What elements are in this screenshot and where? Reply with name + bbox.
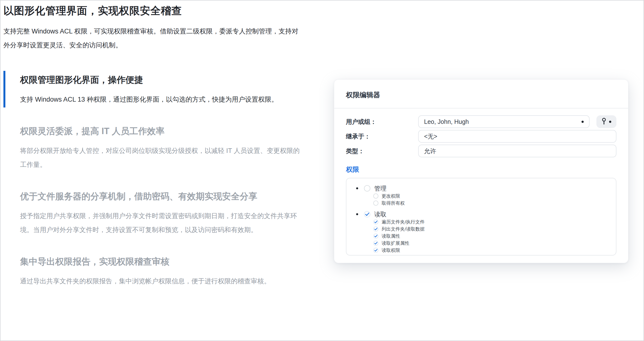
feature-body: 将部分权限开放给专人管控，对应公司岗位职级实现分级授权，以减轻 IT 人员设置、… xyxy=(20,144,301,172)
user-or-group-input[interactable]: Leo, John, Hugh xyxy=(418,115,590,128)
card-header: 权限编辑器 xyxy=(334,80,628,109)
tree-group-label: 管理 xyxy=(374,184,386,192)
feature-body: 支持 Windows ACL 13 种权限，通过图形化界面，以勾选的方式，快捷为… xyxy=(20,93,301,107)
feature-section-secure-sharing[interactable]: 优于文件服务器的分享机制，借助密码、有效期实现安全分享 授予指定用户共享权限，并… xyxy=(4,187,308,238)
tree-item-label: 遍历文件夹/执行文件 xyxy=(382,219,424,225)
page-title: 以图形化管理界面，实现权限安全稽查 xyxy=(4,5,308,17)
tree-bullet-icon xyxy=(356,187,358,189)
tree-item: 读取扩展属性 xyxy=(373,240,611,247)
user-or-group-value: Leo, John, Hugh xyxy=(424,118,469,125)
type-label: 类型： xyxy=(346,147,418,155)
tree-item-label: 取得所有权 xyxy=(382,200,405,206)
checkbox-read-extended-attributes[interactable] xyxy=(373,241,378,246)
tree-bullet-icon xyxy=(356,213,358,215)
tree-item-label: 列出文件夹/读取数据 xyxy=(382,226,424,232)
inherit-from-label: 继承于： xyxy=(346,132,418,140)
card-body: 用户或组： Leo, John, Hugh 继承于： <无> xyxy=(334,109,628,255)
checkbox-read[interactable] xyxy=(364,211,370,217)
user-or-group-label: 用户或组： xyxy=(346,118,418,126)
tree-item-label: 读取扩展属性 xyxy=(382,240,410,246)
dot-indicator-icon xyxy=(609,121,611,123)
user-picker-button[interactable] xyxy=(596,115,616,128)
tree-children-read: 遍历文件夹/执行文件 列出文件夹/读取数据 读取属性 xyxy=(373,218,611,254)
permission-tree: 管理 更改权限 取得所有权 读取 xyxy=(346,178,616,255)
checkbox-change-permission[interactable] xyxy=(373,193,378,199)
checkbox-read-permissions[interactable] xyxy=(373,248,378,253)
permissions-link[interactable]: 权限 xyxy=(346,165,359,174)
tree-group-read: 读取 xyxy=(356,210,611,218)
tree-item-label: 更改权限 xyxy=(382,193,400,199)
tree-children-manage: 更改权限 取得所有权 xyxy=(373,192,611,207)
field-row-user-or-group: 用户或组： Leo, John, Hugh xyxy=(346,115,616,128)
feature-section-permission-report[interactable]: 集中导出权限报告，实现权限稽查审核 通过导出共享文件夹的权限报告，集中浏览帐户权… xyxy=(4,253,308,289)
inherit-from-input[interactable]: <无> xyxy=(418,130,616,143)
permission-editor-card: 权限编辑器 用户或组： Leo, John, Hugh 继承于： xyxy=(334,79,628,263)
feature-heading: 集中导出权限报告，实现权限稽查审核 xyxy=(20,254,296,268)
feature-heading: 权限灵活委派，提高 IT 人员工作效率 xyxy=(20,124,296,138)
inherit-from-value: <无> xyxy=(424,132,437,140)
tree-group-manage: 管理 xyxy=(356,184,611,192)
tree-item: 列出文件夹/读取数据 xyxy=(373,225,611,232)
checkbox-manage[interactable] xyxy=(364,185,370,191)
feature-section-graphical-ui[interactable]: 权限管理图形化界面，操作便捷 支持 Windows ACL 13 种权限，通过图… xyxy=(4,71,308,108)
feature-heading: 优于文件服务器的分享机制，借助密码、有效期实现安全分享 xyxy=(20,189,296,203)
feature-body: 授予指定用户共享权限，并强制用户分享文件时需设置密码或到期日期，打造安全的文件共… xyxy=(20,209,301,237)
dot-indicator-icon xyxy=(582,121,584,123)
type-input[interactable]: 允许 xyxy=(418,145,616,157)
checkbox-take-ownership[interactable] xyxy=(373,201,378,206)
feature-section-delegation[interactable]: 权限灵活委派，提高 IT 人员工作效率 将部分权限开放给专人管控，对应公司岗位职… xyxy=(4,122,308,173)
tree-item: 更改权限 xyxy=(373,192,611,200)
key-icon xyxy=(602,118,606,126)
tree-item: 读取属性 xyxy=(373,232,611,240)
feature-text-column: 以图形化管理界面，实现权限安全稽查 支持完整 Windows ACL 权限，可实… xyxy=(4,5,308,289)
checkbox-list-folder[interactable] xyxy=(373,226,378,232)
tree-item: 取得所有权 xyxy=(373,200,611,207)
field-row-type: 类型： 允许 xyxy=(346,145,616,157)
field-row-inherit-from: 继承于： <无> xyxy=(346,130,616,143)
checkbox-read-attributes[interactable] xyxy=(373,233,378,239)
feature-list: 权限管理图形化界面，操作便捷 支持 Windows ACL 13 种权限，通过图… xyxy=(4,71,308,289)
tree-group-label: 读取 xyxy=(374,210,386,218)
feature-heading: 权限管理图形化界面，操作便捷 xyxy=(20,73,296,87)
tree-item: 读取权限 xyxy=(373,247,611,254)
type-value: 允许 xyxy=(424,147,436,155)
feature-body: 通过导出共享文件夹的权限报告，集中浏览帐户权限信息，便于进行权限的稽查审核。 xyxy=(20,274,301,288)
tree-item: 遍历文件夹/执行文件 xyxy=(373,218,611,225)
intro-text: 支持完整 Windows ACL 权限，可实现权限稽查审核。借助设置二级权限，委… xyxy=(4,25,305,52)
tree-item-label: 读取属性 xyxy=(382,233,400,239)
checkbox-traverse-folder[interactable] xyxy=(373,219,378,224)
tree-item-label: 读取权限 xyxy=(382,247,400,253)
card-title: 权限编辑器 xyxy=(346,90,616,100)
